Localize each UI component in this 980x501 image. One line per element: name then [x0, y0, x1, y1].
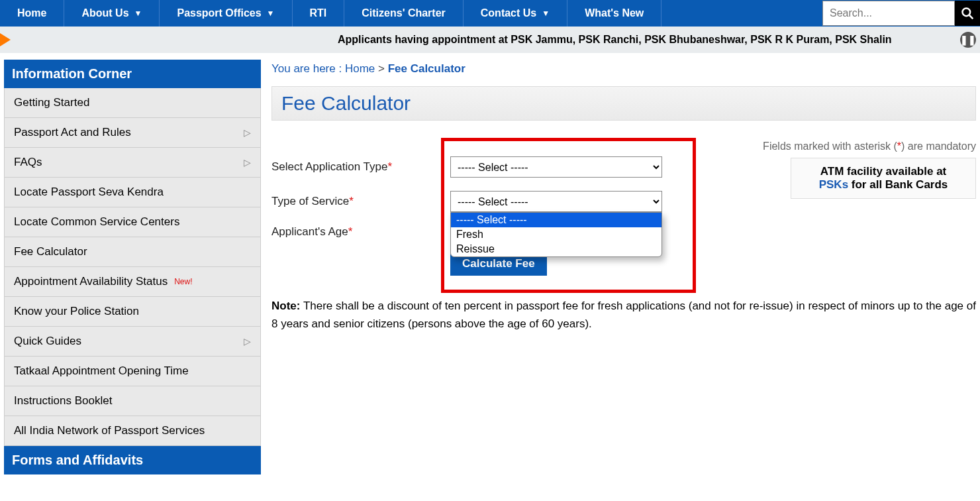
breadcrumb-sep: >	[375, 62, 387, 75]
nav-label: Passport Offices	[177, 7, 261, 19]
nav-label: What's New	[585, 7, 644, 19]
content: You are here : Home > Fee Calculator Fee…	[271, 60, 976, 474]
sidebar-item-label: Quick Guides	[14, 335, 81, 348]
marquee-text: Applicants having appointment at PSK Jam…	[338, 34, 892, 46]
main-container: Information Corner Getting Started Passp…	[0, 53, 980, 481]
sidebar-item-label: Fee Calculator	[14, 245, 87, 258]
sidebar-item-network[interactable]: All India Network of Passport Services	[5, 416, 260, 445]
breadcrumb-prefix: You are here :	[271, 62, 345, 75]
service-type-dropdown: ----- Select ----- Fresh Reissue	[450, 212, 662, 257]
svg-line-1	[969, 15, 973, 19]
nav-label: Home	[17, 7, 46, 19]
sidebar-item-label: Getting Started	[14, 96, 89, 109]
nav-contact-us[interactable]: Contact Us▼	[464, 0, 567, 27]
sidebar-item-locate-psk[interactable]: Locate Passport Seva Kendra	[5, 178, 260, 207]
sidebar-item-label: Locate Passport Seva Kendra	[14, 186, 164, 199]
sidebar-head-information-corner: Information Corner	[4, 60, 261, 88]
breadcrumb-home[interactable]: Home	[345, 62, 375, 75]
sidebar-item-know-police[interactable]: Know your Police Station	[5, 297, 260, 327]
top-nav: Home About Us▼ Passport Offices▼ RTI Cit…	[0, 0, 980, 27]
nav-search	[822, 0, 980, 27]
svg-point-0	[963, 9, 971, 17]
sidebar-item-instructions[interactable]: Instructions Booklet	[5, 386, 260, 416]
nav-citizens-charter[interactable]: Citizens' Charter	[344, 0, 464, 27]
label-app-type: Select Application Type*	[271, 160, 450, 174]
note-text: Note: There shall be a discount of ten p…	[271, 297, 976, 333]
sidebar-item-label: All India Network of Passport Services	[14, 424, 205, 437]
form-area: Select Application Type* ----- Select --…	[271, 156, 976, 276]
row-service-type: Type of Service* ----- Select ----- ----…	[271, 191, 791, 212]
asterisk: *	[348, 225, 353, 238]
sidebar-item-locate-csc[interactable]: Locate Common Service Centers	[5, 207, 260, 237]
breadcrumb: You are here : Home > Fee Calculator	[271, 60, 976, 86]
asterisk: *	[349, 195, 354, 207]
chevron-down-icon: ▼	[267, 9, 275, 18]
nav-about-us[interactable]: About Us▼	[64, 0, 160, 27]
mandatory-note: Fields marked with asterisk (*) are mand…	[271, 140, 976, 152]
chevron-down-icon: ▼	[542, 9, 550, 18]
marquee-pause-button[interactable]: ❚❚	[960, 32, 976, 48]
nav-rti[interactable]: RTI	[293, 0, 345, 27]
option-select[interactable]: ----- Select -----	[451, 213, 662, 227]
label-age: Applicant's Age*	[271, 225, 450, 239]
sidebar-item-tatkaal[interactable]: Tatkaal Appointment Opening Time	[5, 357, 260, 386]
option-reissue[interactable]: Reissue	[451, 242, 662, 256]
nav-label: About Us	[81, 7, 128, 19]
sidebar-item-label: Appointment Availability Status	[14, 275, 168, 288]
search-icon	[961, 7, 974, 20]
sidebar-item-fee-calculator[interactable]: Fee Calculator	[5, 237, 260, 267]
sidebar-item-label: Locate Common Service Centers	[14, 215, 179, 229]
sidebar-item-label: FAQs	[14, 156, 42, 169]
sidebar-head-forms: Forms and Affidavits	[4, 446, 261, 474]
nav-label: Contact Us	[481, 7, 536, 19]
sidebar-list: Getting Started Passport Act and Rules▷ …	[4, 88, 261, 446]
nav-label: Citizens' Charter	[362, 7, 446, 19]
select-app-type[interactable]: ----- Select -----	[450, 156, 662, 178]
chevron-down-icon: ▼	[134, 9, 142, 18]
sidebar-item-appointment-status[interactable]: Appointment Availability StatusNew!	[5, 267, 260, 297]
sidebar-item-label: Know your Police Station	[14, 305, 139, 318]
marquee-bar: Applicants having appointment at PSK Jam…	[0, 27, 980, 53]
arrow-right-icon	[0, 33, 11, 46]
chevron-right-icon: ▷	[244, 157, 251, 168]
note-label: Note:	[271, 300, 300, 312]
chevron-right-icon: ▷	[244, 336, 251, 347]
sidebar-item-faqs[interactable]: FAQs▷	[5, 148, 260, 178]
nav-whats-new[interactable]: What's New	[567, 0, 662, 27]
row-app-type: Select Application Type* ----- Select --…	[271, 156, 791, 178]
sidebar-item-label: Instructions Booklet	[14, 394, 112, 408]
asterisk: *	[387, 160, 392, 173]
nav-home[interactable]: Home	[0, 0, 64, 27]
page-title: Fee Calculator	[281, 92, 966, 115]
sidebar-item-label: Passport Act and Rules	[14, 126, 131, 139]
breadcrumb-current: Fee Calculator	[388, 62, 466, 75]
chevron-right-icon: ▷	[244, 127, 251, 138]
select-service-type[interactable]: ----- Select -----	[450, 191, 662, 212]
page-title-bar: Fee Calculator	[271, 86, 976, 121]
sidebar: Information Corner Getting Started Passp…	[4, 60, 261, 474]
sidebar-item-getting-started[interactable]: Getting Started	[5, 88, 260, 118]
search-button[interactable]	[955, 1, 980, 26]
nav-label: RTI	[310, 7, 327, 19]
option-fresh[interactable]: Fresh	[451, 227, 662, 242]
pause-icon: ❚❚	[960, 34, 976, 45]
sidebar-item-quick-guides[interactable]: Quick Guides▷	[5, 327, 260, 357]
nav-passport-offices[interactable]: Passport Offices▼	[160, 0, 292, 27]
label-service-type: Type of Service*	[271, 195, 450, 208]
sidebar-item-label: Tatkaal Appointment Opening Time	[14, 364, 189, 378]
new-badge: New!	[174, 277, 192, 286]
search-input[interactable]	[822, 1, 955, 26]
sidebar-item-passport-act[interactable]: Passport Act and Rules▷	[5, 118, 260, 148]
